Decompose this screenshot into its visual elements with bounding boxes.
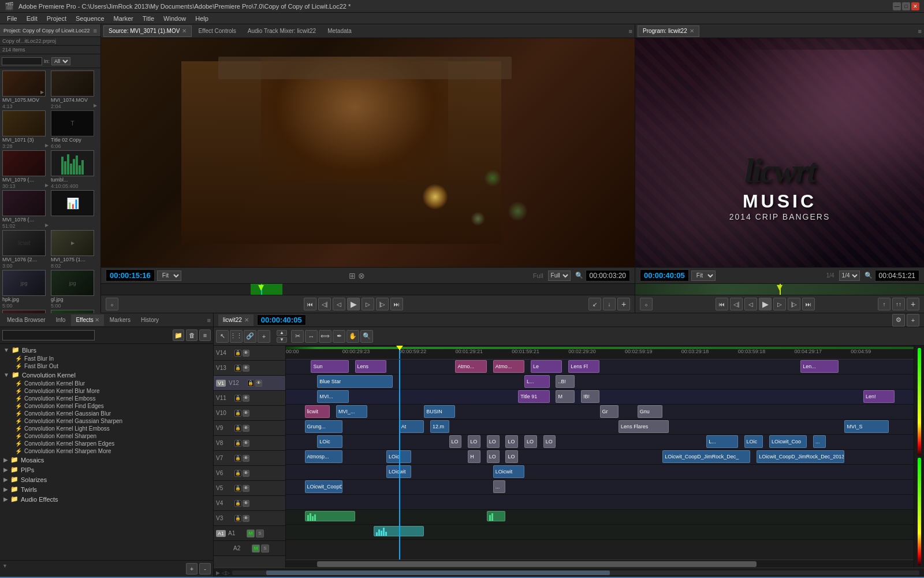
- media-item[interactable]: ▶ MVI_1075.MOV 4:13: [2, 71, 50, 109]
- source-goto-in[interactable]: ◁|: [318, 298, 331, 310]
- slip-tool[interactable]: ↔: [305, 330, 318, 343]
- track-v4-vis[interactable]: 👁: [243, 500, 249, 507]
- prog-step-frame-fwd[interactable]: ▷: [773, 298, 786, 310]
- folder-pips[interactable]: ▶ 📁 PIPs: [0, 465, 213, 475]
- hand-tool[interactable]: ✋: [346, 330, 359, 343]
- timeline-settings-btn[interactable]: ⚙: [892, 314, 905, 327]
- clip-v12-4[interactable]: !B!: [581, 390, 600, 403]
- expand-tracks-down[interactable]: ▼: [277, 337, 287, 343]
- prog-step-back[interactable]: ⏮: [716, 298, 728, 310]
- track-row-v9[interactable]: LOic LO LO LO LO LO LO L... LOic LOicwit…: [286, 435, 914, 450]
- clip-v11-5[interactable]: Gnu: [638, 405, 662, 418]
- tab-info[interactable]: Info: [51, 314, 70, 326]
- source-timecode[interactable]: 00:00:15:16: [106, 269, 155, 281]
- prog-goto-out[interactable]: |▷: [788, 298, 800, 310]
- effects-search-input[interactable]: [2, 330, 95, 340]
- clip-v5-2[interactable]: LOicwit: [493, 465, 524, 478]
- clip-v8-1[interactable]: Atmosp...: [305, 450, 342, 463]
- menu-title[interactable]: Title: [138, 15, 159, 22]
- track-v9-vis[interactable]: 👁: [243, 425, 249, 432]
- track-row-v10[interactable]: Grung... At 12.m Lens Flares MVI_S: [286, 420, 914, 435]
- clip-v9-8[interactable]: L...: [706, 435, 737, 448]
- track-v10-lock[interactable]: 🔒: [234, 410, 241, 417]
- track-v8-vis[interactable]: 👁: [243, 440, 249, 447]
- source-zoom-icon[interactable]: 🔍: [575, 272, 583, 279]
- folder-mosaics[interactable]: ▶ 📁 Mosaics: [0, 455, 213, 465]
- clip-v8-6[interactable]: LOicwit_CoopD_JimRock_Dec_: [662, 450, 750, 463]
- source-step-fwd[interactable]: ⏭: [390, 298, 403, 310]
- menu-project[interactable]: Project: [42, 15, 71, 22]
- clip-v13-1[interactable]: Blue Star: [317, 375, 392, 388]
- source-step-frame-fwd[interactable]: ▷: [362, 298, 374, 310]
- track-a2-solo[interactable]: S: [261, 544, 269, 553]
- track-row-v12[interactable]: MVI... Title 91 M !B! Len!: [286, 390, 914, 405]
- track-v3-lock[interactable]: 🔒: [234, 515, 241, 522]
- source-insert[interactable]: ↙: [588, 298, 601, 310]
- source-link-icon[interactable]: ⊗: [358, 271, 365, 280]
- source-quality-select[interactable]: Full: [548, 271, 571, 281]
- prog-extract[interactable]: ↑↑: [892, 298, 905, 310]
- effect-fast-blur-in[interactable]: ⚡ Fast Blur In: [12, 355, 213, 362]
- source-overwrite[interactable]: ↓: [603, 298, 616, 310]
- clip-v12-5[interactable]: Len!: [863, 390, 895, 403]
- media-item[interactable]: ▶ MVI_1079 (… 30:13: [2, 150, 50, 189]
- program-tab[interactable]: Program: licwit22 ✕: [638, 25, 699, 37]
- track-v14-lock[interactable]: 🔒: [234, 350, 241, 357]
- clip-v12-2[interactable]: Title 91: [518, 390, 549, 403]
- track-v7-lock[interactable]: 🔒: [234, 455, 241, 462]
- clip-v9-7[interactable]: LO: [543, 435, 556, 448]
- track-v14-vis[interactable]: 👁: [243, 350, 249, 357]
- media-item[interactable]: ▶ MVI_1075 (1… 8:02: [51, 230, 98, 269]
- track-v12-lock[interactable]: 🔒: [247, 380, 254, 387]
- media-item[interactable]: tumbl... 4:10:05:400: [51, 150, 98, 189]
- close-button[interactable]: ✕: [911, 2, 919, 10]
- clip-v9-10[interactable]: LOicwit_Coo: [769, 435, 807, 448]
- effect-conv-light-emboss[interactable]: ⚡ Convolution Kernel Light Emboss: [12, 425, 213, 432]
- tab-markers[interactable]: Markers: [105, 314, 135, 326]
- program-fit-select[interactable]: Fit: [691, 271, 716, 281]
- new-custom-bin-button[interactable]: 📁: [173, 329, 184, 341]
- menu-window[interactable]: Window: [159, 15, 191, 22]
- track-v6-vis[interactable]: 👁: [243, 470, 249, 477]
- source-tab-effects[interactable]: Effect Controls: [193, 25, 241, 37]
- timeline-horizontal-scrollbar[interactable]: [286, 560, 914, 568]
- prog-step-frame-back[interactable]: ◁: [744, 298, 757, 310]
- source-playhead-bar[interactable]: [101, 283, 635, 295]
- clip-v10-4[interactable]: Lens Flares: [619, 420, 669, 433]
- track-v5-vis[interactable]: 👁: [243, 485, 249, 492]
- prog-step-fwd[interactable]: ⏭: [802, 298, 815, 310]
- track-row-v11[interactable]: licwit MVI_... BUSIN Gr Gnu: [286, 405, 914, 420]
- clip-v13-3[interactable]: ..B!: [556, 375, 575, 388]
- program-playhead-bar[interactable]: [635, 283, 924, 295]
- minimize-button[interactable]: —: [893, 2, 901, 10]
- source-play-button[interactable]: ▶: [347, 298, 360, 310]
- clip-v9-9[interactable]: LOic: [744, 435, 763, 448]
- menu-file[interactable]: File: [2, 15, 22, 22]
- effects-zoom-in[interactable]: +: [186, 563, 198, 575]
- folder-solarizes[interactable]: ▶ 📁 Solarizes: [0, 475, 213, 484]
- clip-v10-3[interactable]: 12.m: [430, 420, 449, 433]
- clip-v8-4[interactable]: LO: [487, 450, 500, 463]
- clip-v11-3[interactable]: BUSIN: [424, 405, 455, 418]
- clip-v10-1[interactable]: Grung...: [305, 420, 342, 433]
- clip-a1-2[interactable]: [487, 511, 506, 521]
- prog-play-button[interactable]: ▶: [759, 298, 772, 310]
- select-tool[interactable]: ↖: [216, 330, 229, 343]
- timeline-add-track[interactable]: +: [907, 314, 919, 327]
- clip-v9-1[interactable]: LOic: [317, 435, 342, 448]
- track-v4-lock[interactable]: 🔒: [234, 500, 241, 507]
- zoom-tool[interactable]: 🔍: [360, 330, 373, 343]
- project-search-input[interactable]: [2, 57, 42, 65]
- source-goto-out[interactable]: |▷: [376, 298, 389, 310]
- media-item[interactable]: 📊: [51, 190, 98, 229]
- source-fit-select[interactable]: Fit: [157, 271, 181, 281]
- clip-v8-5[interactable]: LO: [505, 450, 518, 463]
- tab-effects[interactable]: Effects ✕: [71, 314, 103, 326]
- snap-tool[interactable]: ⋮⋮: [230, 330, 243, 343]
- effects-zoom-out[interactable]: -: [199, 563, 211, 575]
- track-v7-vis[interactable]: 👁: [243, 455, 249, 462]
- track-row-a1[interactable]: [286, 510, 914, 525]
- track-row-v4[interactable]: LOicwit_CoopD ...: [286, 480, 914, 495]
- track-a2-mute[interactable]: M: [252, 544, 260, 553]
- effects-tab-close[interactable]: ✕: [95, 317, 99, 323]
